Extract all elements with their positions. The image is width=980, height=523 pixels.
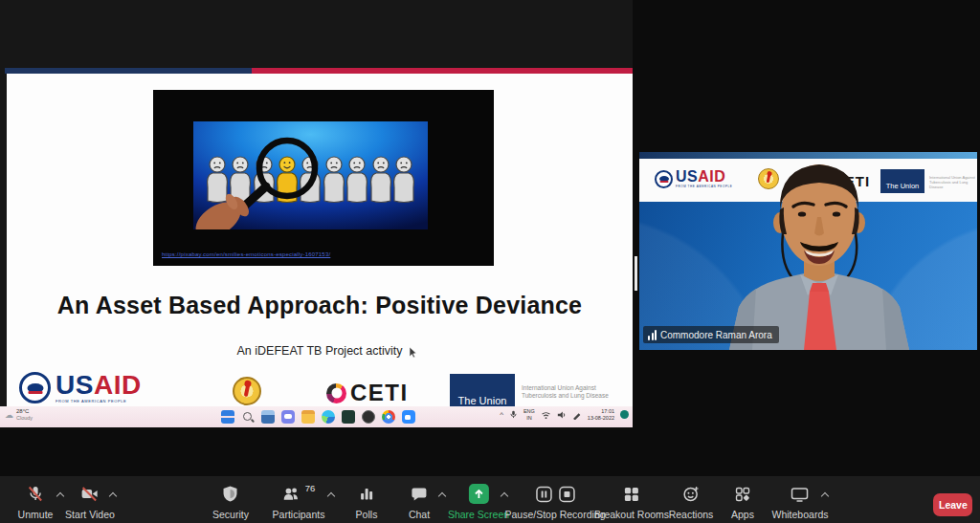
taskbar-app-icon-2[interactable] <box>362 410 375 424</box>
video-chevron-icon[interactable] <box>110 491 117 498</box>
muted-mic-icon <box>26 485 44 503</box>
zoom-meeting-window: https://pixabay.com/en/smilies-emoticons… <box>0 0 980 523</box>
unmute-chevron-icon[interactable] <box>57 491 64 498</box>
stop-recording-icon <box>558 486 575 503</box>
file-explorer-icon[interactable] <box>261 410 275 424</box>
taskbar-search-icon[interactable] <box>241 410 255 424</box>
share-screen-button[interactable]: Share Screen <box>448 484 509 519</box>
reactions-smiley-icon <box>681 485 700 503</box>
folder-icon[interactable] <box>301 410 315 424</box>
share-screen-icon <box>469 484 489 504</box>
tray-wifi-icon[interactable] <box>541 410 551 420</box>
usaid-wordmark: USAID <box>56 372 142 399</box>
whiteboards-icon <box>791 486 810 503</box>
usaid-seal-icon <box>19 372 51 403</box>
participants-icon <box>282 486 300 502</box>
polls-icon <box>358 486 374 502</box>
apps-button[interactable]: Apps <box>731 484 754 519</box>
participant-video-tile[interactable]: USAID FROM THE AMERICAN PEOPLE CETI The … <box>639 152 977 350</box>
usaid-logo: USAID FROM THE AMERICAN PEOPLE <box>19 372 142 403</box>
chrome-browser-icon[interactable] <box>382 410 395 424</box>
presentation-slide: https://pixabay.com/en/smilies-emoticons… <box>7 74 633 406</box>
participants-button[interactable]: 76 Participants <box>273 484 325 519</box>
audio-level-icon <box>648 330 657 340</box>
the-union-logo: The Union <box>450 374 515 410</box>
smilies-crowd-image <box>193 121 428 229</box>
participants-count: 76 <box>305 483 316 493</box>
start-video-button[interactable]: Start Video <box>65 484 115 519</box>
round-emblem-icon <box>233 377 261 405</box>
security-button[interactable]: Security <box>212 484 249 519</box>
tray-pen-icon[interactable] <box>572 410 582 420</box>
tray-mic-icon[interactable] <box>509 409 518 420</box>
participants-chevron-icon[interactable] <box>328 491 335 498</box>
tray-language-indicator[interactable]: ENG IN <box>523 408 535 421</box>
pause-recording-icon <box>535 486 552 503</box>
taskbar-app-icon-1[interactable] <box>342 410 355 424</box>
slide-subtitle: An iDEFEAT TB Project activity <box>7 344 633 358</box>
apps-icon <box>734 486 751 503</box>
mouse-cursor-icon <box>409 347 417 359</box>
slide-title: An Asset Based Approach: Positive Devian… <box>7 292 633 319</box>
tray-speaker-icon[interactable] <box>557 410 567 420</box>
ceti-logo: CETI <box>326 380 409 406</box>
pause-stop-recording-button[interactable]: Pause/Stop Recording <box>504 484 605 519</box>
slide-image-block: https://pixabay.com/en/smilies-emoticons… <box>153 90 494 266</box>
the-union-description: International Union Against Tuberculosis… <box>522 384 609 400</box>
chat-chevron-icon[interactable] <box>439 491 446 498</box>
teams-chat-icon[interactable] <box>281 410 295 424</box>
polls-button[interactable]: Polls <box>356 484 378 519</box>
shared-screen-view: https://pixabay.com/en/smilies-emoticons… <box>0 0 633 427</box>
edge-browser-icon[interactable] <box>322 410 335 424</box>
breakout-rooms-icon <box>623 486 640 503</box>
reactions-button[interactable]: Reactions <box>669 484 714 519</box>
windows-start-icon[interactable] <box>221 410 234 424</box>
ceti-ring-icon <box>326 383 346 403</box>
video-off-icon <box>80 485 99 503</box>
breakout-rooms-button[interactable]: Breakout Rooms <box>594 484 669 519</box>
whiteboards-button[interactable]: Whiteboards <box>772 484 829 519</box>
taskbar-weather-widget[interactable]: ☁ 28°C Cloudy <box>5 408 33 421</box>
tray-notification-icon[interactable] <box>620 410 629 419</box>
leave-button[interactable]: Leave <box>933 493 972 516</box>
whiteboards-chevron-icon[interactable] <box>822 491 829 498</box>
chat-button[interactable]: Chat <box>409 484 430 519</box>
usaid-tagline: FROM THE AMERICAN PEOPLE <box>56 400 142 403</box>
windows-taskbar: ☁ 28°C Cloudy ^ <box>0 406 633 427</box>
taskbar-system-tray[interactable]: ^ ENG IN 17:01 13-08-2022 <box>500 408 629 421</box>
zoom-app-icon[interactable] <box>402 410 415 424</box>
background-window-sliver <box>635 256 637 291</box>
unmute-button[interactable]: Unmute <box>18 484 54 519</box>
cloud-icon: ☁ <box>5 410 13 420</box>
shield-icon <box>222 485 240 503</box>
image-credit-link[interactable]: https://pixabay.com/en/smilies-emoticons… <box>162 251 330 257</box>
participant-person <box>639 152 977 350</box>
participant-name-label: Commodore Raman Arora <box>643 326 779 343</box>
chat-bubble-icon <box>411 486 428 503</box>
tray-clock[interactable]: 17:01 13-08-2022 <box>588 408 614 421</box>
tray-chevron-icon[interactable]: ^ <box>500 411 503 419</box>
